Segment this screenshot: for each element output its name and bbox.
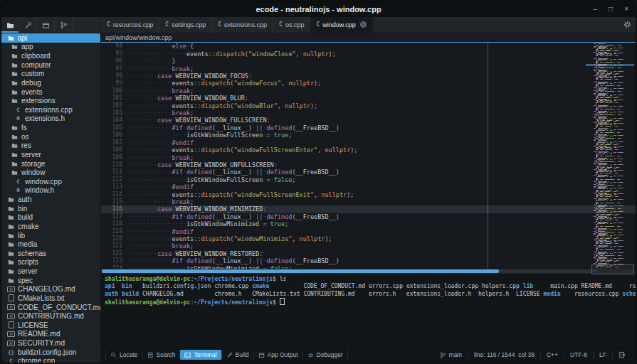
tree-item-CODE_OF_CONDUCT.md[interactable]: MCODE_OF_CONDUCT.md: [1, 303, 100, 312]
code-text: ············break;: [128, 154, 636, 161]
file-tree[interactable]: apiappclipboardcomputercustomdebugevents…: [1, 33, 100, 363]
tree-item-extensions.cpp[interactable]: Cextensions.cpp: [1, 105, 100, 114]
tree-item-window.cpp[interactable]: Cwindow.cpp: [1, 177, 100, 186]
code-line-117: 117············#if·defined(__linux__)·||…: [101, 213, 636, 220]
tree-item-label: bin: [18, 205, 27, 213]
tree-item-LICENSE[interactable]: LICENSE: [1, 321, 100, 330]
tree-item-extensions[interactable]: extensions: [1, 96, 100, 105]
folder-icon: [11, 142, 18, 149]
code-text: ············break;: [128, 109, 636, 117]
statusbar-app-output-button[interactable]: App Output: [254, 350, 303, 360]
tree-item-chrome.cpp[interactable]: Cchrome.cpp: [1, 357, 100, 364]
statusbar-terminal-button[interactable]: Terminal: [180, 350, 221, 360]
tab-settings.cpp[interactable]: Csettings.cpp: [159, 17, 212, 33]
tree-item-server[interactable]: server: [1, 267, 100, 276]
tree-item-CONTRIBUTING.md[interactable]: MCONTRIBUTING.md: [1, 311, 100, 321]
tree-item-label: lib: [18, 232, 25, 240]
tree-item-res[interactable]: res: [1, 141, 100, 151]
statusbar-locate-button[interactable]: Locate: [105, 350, 143, 360]
tree-item-server[interactable]: server: [1, 150, 100, 159]
statusbar-item-label: Debugger: [317, 351, 343, 358]
folder-icon: [11, 161, 18, 167]
tree-item-computer[interactable]: computer: [1, 60, 100, 70]
close-tab-icon[interactable]: ×: [360, 21, 367, 28]
git-branch-indicator[interactable]: main: [434, 351, 468, 358]
statusbar-debugger-button[interactable]: Debugger: [303, 350, 348, 360]
tree-item-debug[interactable]: debug: [1, 78, 100, 87]
code-text: ············#if·defined(__linux__)·||·de…: [128, 257, 636, 264]
tree-item-clipboard[interactable]: clipboard: [1, 51, 100, 60]
cpp-file-icon: C: [9, 358, 13, 363]
close-button[interactable]: ×: [624, 6, 628, 13]
window-title: ecode - neutralinojs - window.cpp: [256, 5, 381, 14]
tab-resources.cpp[interactable]: Cresources.cpp: [101, 17, 159, 33]
tree-item-CMakeLists.txt[interactable]: CMakeLists.txt: [1, 294, 100, 303]
code-text: ············break;: [128, 198, 636, 205]
file-icon: [9, 321, 14, 328]
code-text: ············else·{: [128, 43, 636, 50]
code-line-105: 105············#if·defined(__linux__)·||…: [101, 124, 636, 132]
tree-item-auth[interactable]: auth: [1, 195, 100, 204]
tree-item-README.md[interactable]: MREADME.md: [1, 330, 100, 339]
tab-os.cpp[interactable]: Cos.cpp: [273, 17, 310, 33]
tree-item-window.h[interactable]: Hwindow.h: [1, 186, 100, 196]
tree-item-api[interactable]: api: [1, 33, 100, 43]
tree-item-events[interactable]: events: [1, 87, 100, 97]
code-line-118: 118················isGtkWindowMinimized·…: [101, 220, 636, 228]
tree-item-cmake[interactable]: cmake: [1, 222, 100, 231]
minimize-button[interactable]: –: [594, 6, 598, 13]
code-editor[interactable]: 94············else·{95················ev…: [101, 43, 636, 269]
editor-settings-button[interactable]: [618, 17, 636, 33]
tree-item-scripts[interactable]: scripts: [1, 258, 100, 267]
tree-item-app[interactable]: app: [1, 43, 100, 52]
tree-item-build[interactable]: build: [1, 213, 100, 223]
cpp-file-icon: C: [316, 21, 320, 28]
file-icon: [9, 294, 14, 301]
tab-window.cpp[interactable]: Cwindow.cpp×: [310, 17, 372, 33]
code-line-108: 108············events::dispatch("windowF…: [101, 146, 636, 154]
tree-item-storage[interactable]: storage: [1, 159, 100, 168]
tree-item-extensions.h[interactable]: Hextensions.h: [1, 114, 100, 124]
toolbar-git-branch-button[interactable]: [55, 17, 73, 33]
tree-item-buildzri.config.json[interactable]: {}buildzri.config.json: [1, 348, 100, 357]
line-ending-indicator[interactable]: LF: [593, 351, 612, 358]
folder-icon: [8, 241, 14, 247]
tab-extensions.cpp[interactable]: Cextensions.cpp: [212, 17, 273, 33]
terminal-line-2: auth build CHANGELOG.md chrome.h CMakeLi…: [105, 291, 636, 298]
horizontal-scrollbar: [101, 269, 636, 274]
tree-item-lib[interactable]: lib: [1, 231, 100, 240]
terminal-icon: [184, 352, 191, 358]
code-line-114: 114············events::dispatch("windowF…: [101, 191, 636, 198]
maximize-button[interactable]: □: [609, 6, 613, 13]
statusbar-search-button[interactable]: Search: [143, 350, 181, 360]
toolbar-wrench-button[interactable]: [19, 17, 37, 33]
tree-item-SECURITY.md[interactable]: MSECURITY.md: [1, 338, 100, 348]
statusbar-build-button[interactable]: Build: [222, 350, 254, 360]
toolbar-folder-button[interactable]: [1, 17, 19, 33]
tree-item-fs[interactable]: fs: [1, 123, 100, 132]
cursor-position[interactable]: line: 116 / 1544 col 38: [468, 351, 540, 358]
folder-icon: [11, 53, 18, 59]
minimap[interactable]: [590, 43, 634, 269]
toolbar-package-button[interactable]: [37, 17, 55, 33]
tree-item-schemas[interactable]: schemas: [1, 249, 100, 258]
notifications-button[interactable]: [612, 351, 631, 358]
breadcrumb: api/window/window.cpp: [101, 33, 636, 43]
code-text: ············events::dispatch("windowMini…: [128, 235, 636, 242]
terminal-line-0: shalithasuranga@delvin-pc:~/Projects/neu…: [105, 276, 636, 283]
scrollbar-thumb[interactable]: [102, 269, 499, 273]
statusbar-item-label: App Output: [268, 351, 298, 358]
tree-item-media[interactable]: media: [1, 240, 100, 249]
tree-item-custom[interactable]: custom: [1, 70, 100, 79]
tree-item-CHANGELOG.md[interactable]: MCHANGELOG.md: [1, 285, 100, 294]
code-text: ············#endif: [128, 228, 636, 235]
encoding-indicator[interactable]: UTF-8: [564, 351, 593, 358]
language-mode[interactable]: C++: [540, 351, 564, 358]
tree-item-os[interactable]: os: [1, 132, 100, 141]
scrollbar-track[interactable]: [102, 269, 598, 273]
tree-item-window[interactable]: window: [1, 168, 100, 177]
terminal-panel[interactable]: shalithasuranga@delvin-pc:~/Projects/neu…: [101, 274, 636, 346]
tree-item-spec[interactable]: spec: [1, 276, 100, 285]
tree-item-bin[interactable]: bin: [1, 204, 100, 213]
line-number: 123: [101, 257, 128, 264]
